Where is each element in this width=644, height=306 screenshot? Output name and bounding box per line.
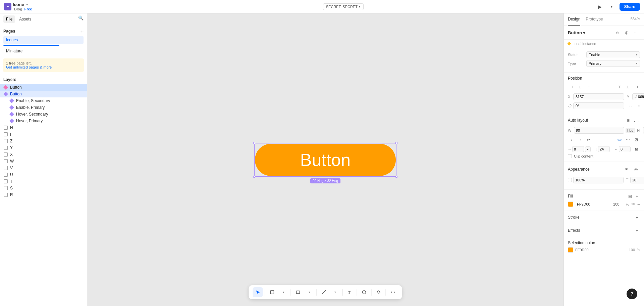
frame-icon — [3, 145, 8, 150]
layer-button-1[interactable]: Button — [0, 84, 87, 91]
preview-options-button[interactable]: ▸ — [607, 2, 617, 11]
version-selector[interactable]: SECRET: SECRET ▾ — [323, 3, 364, 10]
statut-select[interactable]: Enable ▾ — [586, 51, 640, 58]
layer-name: R — [10, 192, 13, 197]
sc-swatch[interactable] — [568, 247, 573, 253]
gap-select[interactable]: ▾ — [585, 146, 591, 152]
page-item-icones[interactable]: Icones — [3, 36, 84, 44]
layer-hover-secondary[interactable]: Hover, Secondary — [0, 111, 87, 118]
search-icon[interactable]: 🔍 — [78, 15, 84, 23]
tab-assets[interactable]: Assets — [16, 15, 34, 23]
layer-w[interactable]: W — [0, 158, 87, 165]
layer-y[interactable]: Y — [0, 144, 87, 151]
zoom-display[interactable]: 564% — [631, 13, 640, 26]
dir-down-button[interactable]: ↓ — [568, 136, 575, 143]
tab-prototype[interactable]: Prototype — [586, 13, 603, 26]
app-logo[interactable]: ✦ Icone ▾ Blog Free — [4, 2, 32, 11]
toolbar-pen[interactable] — [319, 287, 329, 297]
toolbar-component[interactable] — [374, 287, 384, 297]
toolbar-pen-dropdown[interactable]: ▾ — [330, 287, 340, 297]
w-input[interactable] — [574, 127, 624, 134]
fill-visibility-button[interactable]: 👁 — [631, 202, 635, 207]
layer-z[interactable]: Z — [0, 138, 87, 144]
frame-icon — [3, 132, 8, 137]
padding-h-label: ↕ — [595, 147, 597, 151]
layer-enable-primary[interactable]: Enable, Primary — [0, 104, 87, 111]
more-options-button[interactable]: ··· — [632, 29, 640, 37]
visibility-toggle[interactable]: 👁 — [623, 165, 631, 173]
align-right-button[interactable]: ⊢ — [585, 83, 592, 91]
canvas-button[interactable]: Button — [255, 144, 396, 176]
layer-enable-secondary[interactable]: Enable, Secondary — [0, 97, 87, 104]
radius-input[interactable] — [630, 177, 644, 183]
canvas-area[interactable]: Button 90 Hug × 32 Hug ▾ ▾ ▾ — [87, 13, 564, 306]
share-button[interactable]: Share — [620, 3, 640, 11]
opacity-input[interactable] — [573, 177, 624, 183]
layer-i[interactable]: I — [0, 131, 87, 138]
toolbar-rect-dropdown[interactable]: ▾ — [279, 287, 289, 297]
al-distribute2-button[interactable]: ⊠ — [633, 136, 640, 143]
x-input[interactable] — [573, 93, 624, 100]
align-top-button[interactable]: ⊤ — [616, 83, 623, 91]
remove-fill-button[interactable]: − — [637, 202, 640, 207]
layer-r[interactable]: R — [0, 191, 87, 198]
fill-hex[interactable]: FF9D00 — [575, 201, 611, 207]
tab-design[interactable]: Design — [568, 13, 580, 26]
layer-v[interactable]: V — [0, 165, 87, 171]
al-options-button[interactable]: ⋮⋮ — [633, 117, 640, 124]
sc-hex[interactable]: FF9D00 — [575, 248, 627, 252]
component-name[interactable]: Button ▾ — [568, 30, 611, 35]
toolbar-rect-dropdown2[interactable]: ▾ — [305, 287, 315, 297]
clip-content-checkbox[interactable] — [568, 154, 572, 158]
toolbar-cursor[interactable] — [253, 287, 263, 297]
padding-h-input[interactable] — [598, 146, 610, 152]
toolbar-frame[interactable] — [267, 287, 277, 297]
add-stroke-button[interactable]: + — [634, 214, 640, 220]
toolbar-code[interactable] — [388, 287, 398, 297]
tab-file[interactable]: File — [3, 15, 15, 23]
toolbar-sep-6 — [371, 289, 372, 296]
help-button[interactable]: ? — [627, 289, 637, 299]
align-center-h-button[interactable]: ⊥ — [576, 83, 584, 91]
free-link[interactable]: Free — [24, 7, 32, 11]
type-row: Type Primary ▾ — [568, 60, 640, 67]
flip-h-button[interactable]: ↔ — [627, 102, 634, 110]
add-fill-button[interactable]: + — [634, 193, 640, 199]
flip-v-button[interactable]: ↕ — [635, 102, 643, 110]
dir-wrap-button[interactable]: ↩ — [585, 136, 592, 143]
toolbar-text[interactable]: T — [345, 287, 355, 297]
go-to-main-button[interactable]: ◎ — [623, 29, 631, 37]
rotation-input[interactable] — [573, 102, 624, 109]
detach-instance-button[interactable]: ⎋ — [613, 29, 621, 37]
add-page-button[interactable]: + — [80, 29, 84, 34]
align-center-v-button[interactable]: ⊥ — [624, 83, 632, 91]
padding-v-input[interactable] — [619, 146, 631, 152]
appearance-options-button[interactable]: ◎ — [632, 165, 640, 173]
page-item-miniature[interactable]: Miniature — [3, 47, 84, 55]
padding-options-button[interactable]: ⊠ — [633, 145, 640, 153]
y-input[interactable] — [632, 93, 644, 100]
align-left-button[interactable]: ⊣ — [568, 83, 575, 91]
type-select[interactable]: Primary ▾ — [586, 60, 640, 67]
blog-link[interactable]: Blog — [14, 7, 22, 11]
align-bottom-button[interactable]: ⊣ — [633, 83, 640, 91]
al-expand-button[interactable]: ⊞ — [624, 117, 632, 124]
toolbar-ellipse[interactable] — [359, 287, 369, 297]
dir-right-button[interactable]: → — [576, 136, 584, 143]
layer-button-2[interactable]: Button — [0, 91, 87, 97]
al-extra-button[interactable]: ⋯ — [624, 136, 632, 143]
preview-button[interactable]: ▶ — [595, 2, 605, 11]
fill-grid-button[interactable]: ⊞ — [627, 193, 633, 199]
toolbar-rect[interactable] — [293, 287, 303, 297]
add-effect-button[interactable]: + — [634, 227, 640, 233]
fill-opacity[interactable]: 100 — [613, 202, 624, 206]
gap-input[interactable] — [572, 146, 584, 152]
layer-hover-primary[interactable]: Hover, Primary — [0, 118, 87, 124]
upgrade-link[interactable]: Get unlimited pages & more — [6, 65, 52, 69]
layer-s[interactable]: S — [0, 185, 87, 191]
layer-t[interactable]: T — [0, 178, 87, 185]
layer-u[interactable]: U — [0, 171, 87, 178]
layer-x[interactable]: X — [0, 151, 87, 158]
fill-color-swatch[interactable] — [568, 202, 573, 207]
layer-h[interactable]: H — [0, 124, 87, 131]
